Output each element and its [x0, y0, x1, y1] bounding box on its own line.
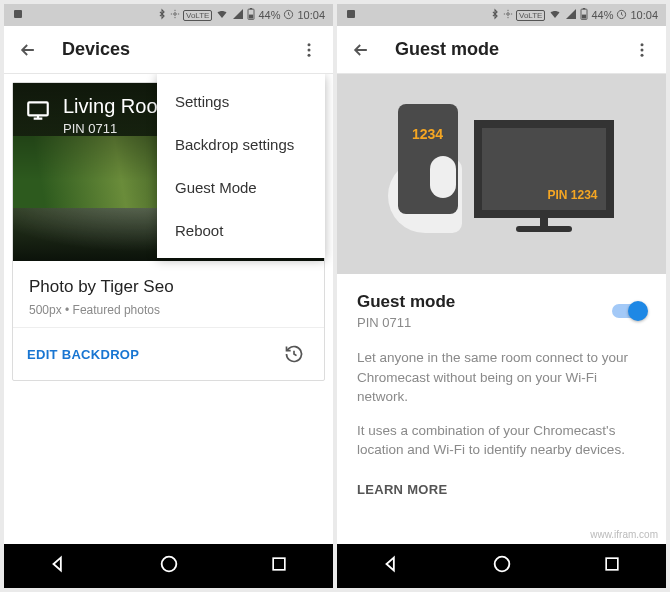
volte-badge: VoLTE: [516, 10, 545, 21]
guest-mode-illustration: 1234 PIN 1234: [337, 74, 666, 274]
wifi-icon: [548, 8, 562, 22]
nav-back-button[interactable]: [48, 553, 70, 579]
learn-more-link[interactable]: LEARN MORE: [357, 482, 447, 497]
volte-badge: VoLTE: [183, 10, 212, 21]
back-button[interactable]: [12, 34, 44, 66]
status-time: 10:04: [297, 9, 325, 21]
photo-info: Photo by Tiger Seo 500px • Featured phot…: [13, 261, 324, 327]
content-area: 1234 PIN 1234 Guest mode PIN 0711 Let an…: [337, 74, 666, 544]
photo-credit: Photo by Tiger Seo: [29, 277, 308, 297]
edit-backdrop-button[interactable]: EDIT BACKDROP: [27, 347, 278, 362]
nav-home-button[interactable]: [491, 553, 513, 579]
bluetooth-icon: [490, 8, 500, 22]
svg-point-8: [308, 53, 311, 56]
battery-percent: 44%: [591, 9, 613, 21]
overflow-button[interactable]: [293, 34, 325, 66]
nav-bar: [337, 544, 666, 588]
overflow-button[interactable]: [626, 34, 658, 66]
svg-rect-9: [28, 102, 48, 115]
device-pin: PIN 0711: [63, 121, 117, 136]
svg-rect-4: [249, 15, 253, 19]
illus-tv-pin: PIN 1234: [547, 188, 597, 202]
svg-rect-16: [582, 15, 586, 19]
menu-item-guest-mode[interactable]: Guest Mode: [157, 166, 325, 209]
battery-icon: [247, 8, 255, 22]
clock-icon: [616, 9, 627, 22]
svg-point-13: [507, 13, 510, 16]
menu-item-reboot[interactable]: Reboot: [157, 209, 325, 252]
guest-mode-pin: PIN 0711: [357, 315, 612, 330]
history-icon[interactable]: [278, 338, 310, 370]
page-title: Guest mode: [395, 39, 626, 60]
notification-icon: [345, 8, 357, 22]
watermark: www.ifram.com: [590, 529, 658, 540]
illus-phone-pin: 1234: [412, 126, 443, 142]
photo-source: 500px • Featured photos: [29, 303, 308, 317]
card-actions: EDIT BACKDROP: [13, 327, 324, 380]
app-bar: Guest mode: [337, 26, 666, 74]
svg-point-7: [308, 48, 311, 51]
svg-point-6: [308, 43, 311, 46]
signal-icon: [565, 8, 577, 22]
guest-mode-body: Guest mode PIN 0711 Let anyone in the sa…: [337, 274, 666, 516]
svg-point-19: [641, 48, 644, 51]
phone-illustration: 1234: [390, 104, 460, 244]
signal-icon: [232, 8, 244, 22]
menu-item-settings[interactable]: Settings: [157, 80, 325, 123]
page-title: Devices: [62, 39, 293, 60]
status-bar: VoLTE 44% 10:04: [4, 4, 333, 26]
back-button[interactable]: [345, 34, 377, 66]
tv-illustration: PIN 1234: [474, 120, 614, 218]
guest-mode-toggle-row: Guest mode PIN 0711: [357, 292, 646, 330]
devices-screen: VoLTE 44% 10:04 Devices: [4, 4, 333, 588]
guest-mode-description-1: Let anyone in the same room connect to y…: [357, 348, 646, 407]
location-icon: [503, 8, 513, 22]
nav-recents-button[interactable]: [269, 554, 289, 578]
svg-rect-0: [14, 10, 22, 18]
svg-rect-11: [273, 558, 285, 570]
svg-point-21: [495, 557, 510, 572]
bluetooth-icon: [157, 8, 167, 22]
clock-icon: [283, 9, 294, 22]
menu-item-backdrop-settings[interactable]: Backdrop settings: [157, 123, 325, 166]
wifi-icon: [215, 8, 229, 22]
nav-recents-button[interactable]: [602, 554, 622, 578]
guest-mode-screen: VoLTE 44% 10:04 Guest mode 1234: [337, 4, 666, 588]
svg-rect-3: [250, 8, 252, 9]
svg-point-20: [641, 53, 644, 56]
nav-back-button[interactable]: [381, 553, 403, 579]
location-icon: [170, 8, 180, 22]
nav-home-button[interactable]: [158, 553, 180, 579]
status-bar: VoLTE 44% 10:04: [337, 4, 666, 26]
svg-point-10: [162, 557, 177, 572]
svg-point-1: [174, 13, 177, 16]
app-bar: Devices: [4, 26, 333, 74]
battery-icon: [580, 8, 588, 22]
nav-bar: [4, 544, 333, 588]
svg-rect-22: [606, 558, 618, 570]
overflow-menu: Settings Backdrop settings Guest Mode Re…: [157, 74, 325, 258]
svg-rect-15: [583, 8, 585, 9]
content-area: Living Room T PIN 0711 Photo by Tiger Se…: [4, 74, 333, 544]
status-time: 10:04: [630, 9, 658, 21]
guest-mode-description-2: It uses a combination of your Chromecast…: [357, 421, 646, 460]
notification-icon: [12, 8, 24, 22]
battery-percent: 44%: [258, 9, 280, 21]
tv-icon: [25, 97, 51, 127]
guest-mode-title: Guest mode: [357, 292, 612, 312]
guest-mode-switch[interactable]: [612, 304, 646, 318]
svg-point-18: [641, 43, 644, 46]
svg-rect-12: [347, 10, 355, 18]
